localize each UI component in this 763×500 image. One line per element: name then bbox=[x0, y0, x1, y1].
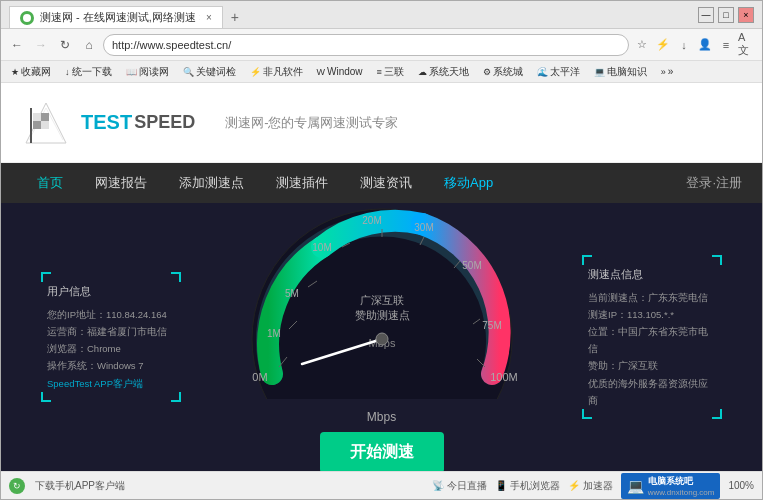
speed-unit: Mbps bbox=[317, 410, 445, 424]
user-icon[interactable]: 👤 bbox=[696, 36, 714, 54]
speedtest-container: 用户信息 您的IP地址：110.84.24.164 运营商：福建省厦门市电信 浏… bbox=[1, 203, 762, 471]
bookmark-item-9[interactable]: ⚙系统城 bbox=[479, 64, 527, 80]
logo: TEST SPEED 测速网-您的专属网速测试专家 bbox=[21, 98, 399, 148]
station-sponsor: 赞助：广深互联 bbox=[588, 357, 716, 374]
header-slogan: 测速网-您的专属网速测试专家 bbox=[225, 114, 398, 132]
site-header: TEST SPEED 测速网-您的专属网速测试专家 bbox=[1, 83, 762, 163]
bookmark-item-5[interactable]: ⚡非凡软件 bbox=[246, 64, 307, 80]
speedometer: 0M 1M 5M 10M 20M 30M 50M bbox=[232, 203, 532, 379]
page-content: TEST SPEED 测速网-您的专属网速测试专家 首页 网速报告 添加测速点 … bbox=[1, 83, 762, 499]
user-isp: 运营商：福建省厦门市电信 bbox=[47, 323, 175, 340]
zoom-level: 100% bbox=[728, 480, 754, 491]
station-note: 优质的海外服务器资源供应商 bbox=[588, 375, 716, 409]
translate-icon[interactable]: A文 bbox=[738, 36, 756, 54]
bookmark-item-1[interactable]: ★收藏网 bbox=[7, 64, 55, 80]
settings-icon[interactable]: ⚡ bbox=[654, 36, 672, 54]
address-actions: ☆ ⚡ ↓ 👤 ≡ A文 bbox=[633, 36, 756, 54]
bottom-left-text: 下载手机APP客户端 bbox=[35, 479, 125, 493]
logo-text: TEST SPEED bbox=[81, 110, 195, 136]
nav-add-point[interactable]: 添加测速点 bbox=[163, 163, 260, 203]
bookmark-item-7[interactable]: ≡三联 bbox=[373, 64, 408, 80]
bottom-logo: 💻 电脑系统吧 www.dnxitong.com bbox=[621, 473, 721, 499]
browser-window: 测速网 - 在线网速测试,网络测速 × × + — □ × ← → ↻ ⌂ ht… bbox=[0, 0, 763, 500]
bottom-logo-url: www.dnxitong.com bbox=[648, 488, 715, 497]
bottom-browser-icon: ↻ bbox=[9, 478, 25, 494]
maximize-button[interactable]: □ bbox=[718, 7, 734, 23]
home-button[interactable]: ⌂ bbox=[79, 35, 99, 55]
download-icon[interactable]: ↓ bbox=[675, 36, 693, 54]
svg-text:10M: 10M bbox=[312, 242, 331, 253]
logo-test: TEST bbox=[81, 111, 132, 134]
address-bar: ← → ↻ ⌂ http://www.speedtest.cn/ ☆ ⚡ ↓ 👤… bbox=[1, 29, 762, 61]
user-os: 操作系统：Windows 7 bbox=[47, 357, 175, 374]
station-ip: 测速IP：113.105.*.* bbox=[588, 306, 716, 323]
forward-button[interactable]: → bbox=[31, 35, 51, 55]
tab-close-button[interactable]: × bbox=[206, 12, 212, 23]
station-current: 当前测速点：广东东莞电信 bbox=[588, 289, 716, 306]
svg-rect-5 bbox=[41, 121, 49, 129]
tab-favicon bbox=[20, 11, 34, 25]
svg-rect-4 bbox=[33, 121, 41, 129]
close-button[interactable]: × bbox=[738, 7, 754, 23]
bookmark-item-8[interactable]: ☁系统天地 bbox=[414, 64, 473, 80]
bookmark-item-10[interactable]: 🌊太平洋 bbox=[533, 64, 584, 80]
bookmark-item-6[interactable]: WWindow bbox=[313, 65, 367, 78]
nav-login[interactable]: 登录·注册 bbox=[686, 174, 742, 192]
bookmark-item-3[interactable]: 📖阅读网 bbox=[122, 64, 173, 80]
bookmark-item-12[interactable]: »» bbox=[657, 65, 678, 78]
svg-text:5M: 5M bbox=[285, 288, 299, 299]
svg-point-30 bbox=[376, 333, 388, 345]
user-app[interactable]: SpeedTest APP客户端 bbox=[47, 375, 175, 392]
logo-icon bbox=[21, 98, 71, 148]
svg-text:1M: 1M bbox=[267, 328, 281, 339]
svg-text:100M: 100M bbox=[490, 371, 518, 383]
active-tab[interactable]: 测速网 - 在线网速测试,网络测速 × × bbox=[9, 6, 223, 28]
tab-title: 测速网 - 在线网速测试,网络测速 × bbox=[40, 10, 200, 25]
station-info-panel: 测速点信息 当前测速点：广东东莞电信 测速IP：113.105.*.* 位置：中… bbox=[582, 255, 722, 418]
mobile-browser-text[interactable]: 📱 手机浏览器 bbox=[495, 479, 560, 493]
station-info-title: 测速点信息 bbox=[588, 265, 716, 285]
svg-text:75M: 75M bbox=[482, 320, 501, 331]
window-controls: — □ × bbox=[698, 7, 754, 23]
nav-plugin[interactable]: 测速插件 bbox=[260, 163, 344, 203]
bookmark-star-icon[interactable]: ☆ bbox=[633, 36, 651, 54]
speedup-text[interactable]: ⚡ 加速器 bbox=[568, 479, 613, 493]
gauge-svg: 0M 1M 5M 10M 20M 30M 50M bbox=[232, 203, 532, 399]
bookmarks-bar: ★收藏网 ↓统一下载 📖阅读网 🔍关键词检 ⚡非凡软件 WWindow ≡三联 … bbox=[1, 61, 762, 83]
user-info-title: 用户信息 bbox=[47, 282, 175, 302]
bookmark-item-2[interactable]: ↓统一下载 bbox=[61, 64, 116, 80]
svg-rect-2 bbox=[33, 113, 41, 121]
back-button[interactable]: ← bbox=[7, 35, 27, 55]
svg-text:50M: 50M bbox=[462, 260, 481, 271]
logo-main-text: TEST SPEED bbox=[81, 110, 195, 136]
nav-home[interactable]: 首页 bbox=[21, 163, 79, 203]
bottom-logo-text: 电脑系统吧 bbox=[648, 475, 715, 488]
live-text[interactable]: 📡 今日直播 bbox=[432, 479, 487, 493]
tab-bar: 测速网 - 在线网速测试,网络测速 × × + bbox=[9, 1, 247, 28]
nav-mobile[interactable]: 移动App bbox=[428, 163, 509, 203]
svg-text:20M: 20M bbox=[362, 215, 381, 226]
user-browser: 浏览器：Chrome bbox=[47, 340, 175, 357]
svg-text:0M: 0M bbox=[252, 371, 267, 383]
more-icon[interactable]: ≡ bbox=[717, 36, 735, 54]
svg-text:30M: 30M bbox=[414, 222, 433, 233]
new-tab-button[interactable]: + bbox=[223, 6, 247, 28]
bookmark-item-4[interactable]: 🔍关键词检 bbox=[179, 64, 240, 80]
start-test-button[interactable]: 开始测速 bbox=[320, 432, 444, 472]
svg-point-0 bbox=[23, 14, 31, 22]
station-location: 位置：中国广东省东莞市电信 bbox=[588, 323, 716, 357]
svg-rect-3 bbox=[41, 113, 49, 121]
svg-text:赞助测速点: 赞助测速点 bbox=[354, 309, 409, 321]
refresh-button[interactable]: ↻ bbox=[55, 35, 75, 55]
user-ip: 您的IP地址：110.84.24.164 bbox=[47, 306, 175, 323]
url-input[interactable]: http://www.speedtest.cn/ bbox=[103, 34, 629, 56]
nav-news[interactable]: 测速资讯 bbox=[344, 163, 428, 203]
logo-speed: SPEED bbox=[134, 112, 195, 133]
bookmark-item-11[interactable]: 💻电脑知识 bbox=[590, 64, 651, 80]
user-info-panel: 用户信息 您的IP地址：110.84.24.164 运营商：福建省厦门市电信 浏… bbox=[41, 272, 181, 401]
speedtest-area: 用户信息 您的IP地址：110.84.24.164 运营商：福建省厦门市电信 浏… bbox=[1, 203, 762, 471]
bottom-bar: ↻ 下载手机APP客户端 📡 今日直播 📱 手机浏览器 ⚡ 加速器 💻 电脑系统… bbox=[1, 471, 762, 499]
nav-report[interactable]: 网速报告 bbox=[79, 163, 163, 203]
minimize-button[interactable]: — bbox=[698, 7, 714, 23]
svg-text:广深互联: 广深互联 bbox=[360, 294, 404, 306]
